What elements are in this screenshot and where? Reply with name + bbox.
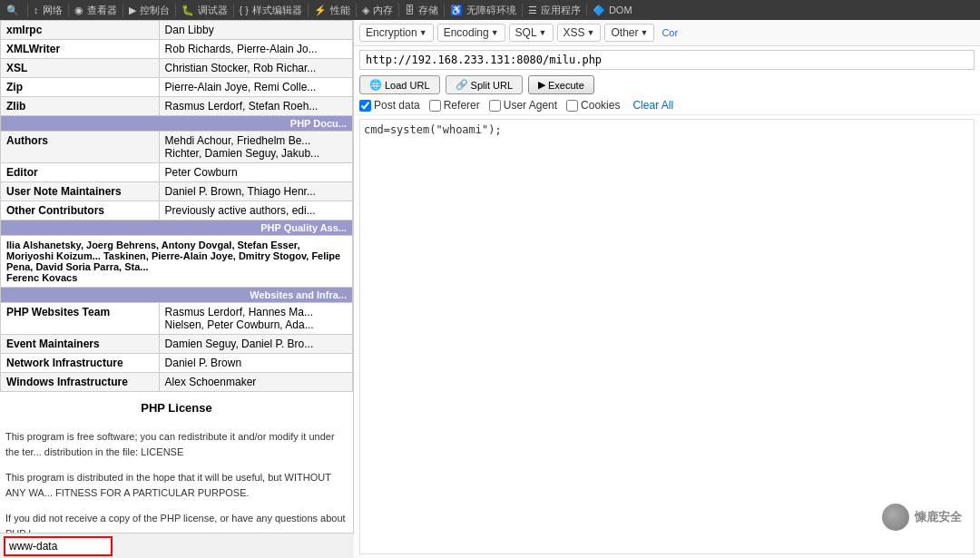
xss-menu[interactable]: XSS ▼ <box>557 24 602 42</box>
app-tab[interactable]: 应用程序 <box>541 4 581 17</box>
post-data-checkbox[interactable] <box>359 100 371 112</box>
toolbar-storage-section: 🗄 存储 <box>398 4 438 17</box>
post-data-label[interactable]: Post data <box>359 99 420 112</box>
table-row: XSL Christian Stocker, Rob Richar... <box>1 59 353 78</box>
cell-value: Previously active authors, edi... <box>159 201 352 220</box>
cell-name: Zip <box>1 78 160 97</box>
app-icon: ☰ <box>528 5 537 16</box>
cell-name: Network Infrastructure <box>1 354 160 373</box>
load-url-label: Load URL <box>385 80 430 91</box>
other-label: Other <box>611 26 638 39</box>
toolbar-inspect-icon[interactable]: 🔍 <box>4 5 22 16</box>
table-row: PHP Websites Team Rasmus Lerdorf, Hannes… <box>1 303 353 335</box>
split-url-button[interactable]: 🔗 Split URL <box>446 75 523 94</box>
cell-value: Alex Schoenmaker <box>159 373 352 392</box>
toolbar-app-section: ☰ 应用程序 <box>522 4 581 17</box>
sql-label: SQL <box>515 26 537 39</box>
section-header-phpdoc: PHP Docu... <box>1 116 353 132</box>
accessibility-icon: ♿ <box>450 5 463 16</box>
php-license-title: PHP License <box>0 392 353 424</box>
section-header-label: PHP Docu... <box>1 116 353 132</box>
cor-indicator: Cor <box>658 27 681 38</box>
toolbar-debugger-section: 🐛 调试器 <box>175 4 228 17</box>
watermark: 慷鹿安全 <box>882 504 962 531</box>
table-row: xmlrpc Dan Libby <box>1 21 353 40</box>
console-tab[interactable]: 控制台 <box>140 4 170 17</box>
load-url-icon: 🌐 <box>369 79 382 91</box>
section-header-label: PHP Quality Ass... <box>1 220 353 236</box>
referer-checkbox[interactable] <box>429 100 441 112</box>
memory-icon: ◈ <box>362 5 369 16</box>
style-icon: { } <box>240 5 249 15</box>
hackbar-post-area: cmd=system("whoami"); <box>354 115 980 558</box>
encoding-arrow-icon: ▼ <box>491 28 499 37</box>
user-agent-label[interactable]: User Agent <box>489 99 557 112</box>
cell-value: Pierre-Alain Joye, Remi Colle... <box>159 78 352 97</box>
encoding-menu[interactable]: Encoding ▼ <box>437 24 505 42</box>
table-row: User Note Maintainers Daniel P. Brown, T… <box>1 182 353 201</box>
toolbar-memory-section: ◈ 内存 <box>356 4 393 17</box>
cell-name: Zlib <box>1 97 160 116</box>
cell-value: Mehdi Achour, Friedhelm Be...Richter, Da… <box>159 132 352 163</box>
cell-name: Other Contributors <box>1 201 160 220</box>
table-row: Windows Infrastructure Alex Schoenmaker <box>1 373 353 392</box>
dom-tab[interactable]: DOM <box>609 5 632 15</box>
table-row: Network Infrastructure Daniel P. Brown <box>1 354 353 373</box>
execute-button[interactable]: ▶ Execute <box>528 75 594 94</box>
cell-value: Rasmus Lerdorf, Stefan Roeh... <box>159 97 352 116</box>
license-text-1: This program is free software; you can r… <box>0 424 353 465</box>
license-text-2: This program is distributed in the hope … <box>0 465 353 505</box>
referer-text: Referer <box>444 99 480 112</box>
storage-tab[interactable]: 存储 <box>418 4 438 17</box>
xss-arrow-icon: ▼ <box>587 28 595 37</box>
storage-icon: 🗄 <box>405 5 415 15</box>
bottom-search-input[interactable] <box>4 536 113 556</box>
cookies-checkbox[interactable] <box>566 100 578 112</box>
quality-text: Ilia Alshanetsky, Joerg Behrens, Antony … <box>6 240 340 283</box>
cell-name: Windows Infrastructure <box>1 373 160 392</box>
encryption-menu[interactable]: Encryption ▼ <box>359 24 434 42</box>
other-arrow-icon: ▼ <box>640 28 648 37</box>
cookies-text: Cookies <box>581 99 620 112</box>
cookies-label[interactable]: Cookies <box>566 99 620 112</box>
network-tab[interactable]: 网络 <box>43 4 63 17</box>
left-panel: xmlrpc Dan Libby XMLWriter Rob Richards,… <box>0 20 354 558</box>
style-tab[interactable]: 样式编辑器 <box>252 4 302 17</box>
xss-label: XSS <box>564 26 585 39</box>
toolbar-console-section: ▶ 控制台 <box>122 4 170 17</box>
sql-menu[interactable]: SQL ▼ <box>509 24 554 42</box>
cell-value: Damien Seguy, Daniel P. Bro... <box>159 335 352 354</box>
memory-tab[interactable]: 内存 <box>373 4 393 17</box>
watermark-text: 慷鹿安全 <box>915 509 962 525</box>
toolbar-style-section: { } 样式编辑器 <box>233 4 302 17</box>
accessibility-tab[interactable]: 无障碍环境 <box>466 4 516 17</box>
cell-value: Dan Libby <box>159 21 352 40</box>
debugger-tab[interactable]: 调试器 <box>198 4 228 17</box>
viewer-tab[interactable]: 查看器 <box>87 4 117 17</box>
referer-label[interactable]: Referer <box>429 99 480 112</box>
cell-value: Peter Cowburn <box>159 163 352 182</box>
dom-icon: 🔷 <box>593 5 605 16</box>
split-url-icon: 🔗 <box>456 79 468 91</box>
hackbar-checkboxes-row: Post data Referer User Agent Cookies Cle… <box>354 96 980 115</box>
cell-name: Event Maintainers <box>1 335 160 354</box>
table-row: Zip Pierre-Alain Joye, Remi Colle... <box>1 78 353 97</box>
perf-tab[interactable]: 性能 <box>330 4 350 17</box>
split-url-label: Split URL <box>471 80 513 91</box>
cell-name: Editor <box>1 163 160 182</box>
debugger-icon: 🐛 <box>181 5 194 16</box>
sql-arrow-icon: ▼ <box>539 28 547 37</box>
table-row: Authors Mehdi Achour, Friedhelm Be...Ric… <box>1 132 353 163</box>
section-header-quality: PHP Quality Ass... <box>1 220 353 236</box>
load-url-button[interactable]: 🌐 Load URL <box>359 75 440 94</box>
toolbar-perf-section: ⚡ 性能 <box>308 4 350 17</box>
other-menu[interactable]: Other ▼ <box>604 24 654 42</box>
clear-all-button[interactable]: Clear All <box>632 99 673 112</box>
cell-value: Daniel P. Brown <box>159 354 352 373</box>
cell-name: Authors <box>1 132 160 163</box>
user-agent-checkbox[interactable] <box>489 100 501 112</box>
url-input[interactable] <box>359 50 975 70</box>
post-data-textarea[interactable]: cmd=system("whoami"); <box>359 119 975 554</box>
table-row: XMLWriter Rob Richards, Pierre-Alain Jo.… <box>1 40 353 59</box>
post-data-text: Post data <box>374 99 420 112</box>
